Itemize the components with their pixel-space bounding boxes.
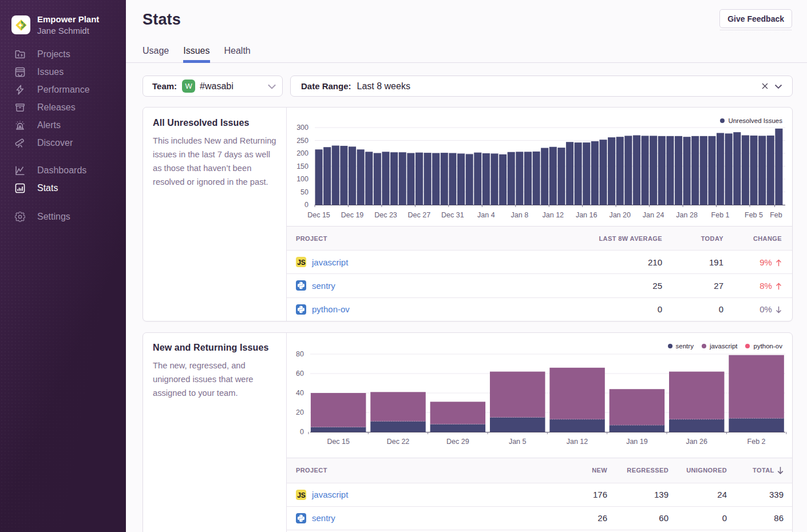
svg-text:Jan 28: Jan 28: [676, 211, 698, 219]
svg-text:300: 300: [296, 124, 308, 132]
svg-text:Dec 23: Dec 23: [374, 211, 397, 219]
svg-text:Jan 8: Jan 8: [511, 211, 529, 219]
svg-text:50: 50: [300, 188, 308, 196]
svg-text:Dec 31: Dec 31: [441, 211, 464, 219]
svg-text:Feb 5: Feb 5: [745, 211, 763, 219]
svg-text:20: 20: [296, 408, 304, 416]
svg-text:Dec 15: Dec 15: [307, 211, 330, 219]
svg-text:150: 150: [296, 162, 308, 170]
svg-text:Jan 16: Jan 16: [576, 211, 598, 219]
svg-text:Jan 20: Jan 20: [609, 211, 631, 219]
svg-text:Jan 5: Jan 5: [509, 438, 527, 446]
svg-text:Feb 2: Feb 2: [747, 438, 766, 446]
svg-text:Dec 19: Dec 19: [341, 211, 364, 219]
svg-text:Feb 1: Feb 1: [711, 211, 730, 219]
svg-text:200: 200: [296, 149, 308, 157]
svg-text:0: 0: [300, 428, 304, 436]
svg-text:Jan 12: Jan 12: [567, 438, 588, 446]
svg-text:Jan 19: Jan 19: [626, 438, 648, 446]
svg-text:Dec 22: Dec 22: [387, 438, 410, 446]
svg-text:Jan 26: Jan 26: [686, 438, 707, 446]
svg-text:Dec 29: Dec 29: [446, 438, 469, 446]
svg-text:Jan 12: Jan 12: [543, 211, 564, 219]
svg-text:Dec 15: Dec 15: [327, 438, 350, 446]
svg-text:250: 250: [296, 137, 308, 145]
svg-text:Feb: Feb: [770, 211, 782, 219]
svg-text:80: 80: [296, 350, 304, 358]
svg-text:0: 0: [304, 201, 308, 209]
svg-text:Jan 4: Jan 4: [477, 211, 495, 219]
svg-text:Dec 27: Dec 27: [408, 211, 431, 219]
svg-text:100: 100: [296, 175, 308, 183]
svg-text:60: 60: [296, 370, 304, 378]
svg-text:Jan 24: Jan 24: [643, 211, 664, 219]
svg-text:40: 40: [296, 389, 304, 397]
